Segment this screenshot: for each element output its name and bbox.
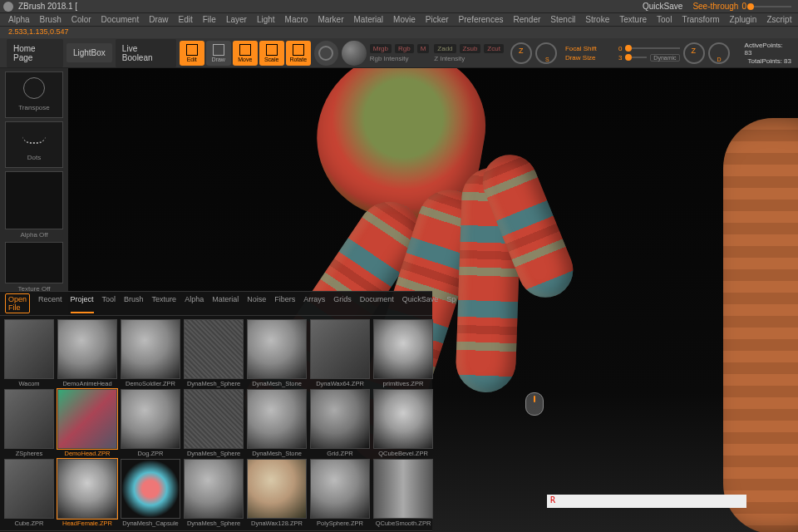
edit-mode-button[interactable]: Edit bbox=[180, 41, 204, 66]
menu-color[interactable]: Color bbox=[71, 15, 91, 24]
lightbox-thumbnail[interactable] bbox=[373, 319, 433, 379]
menu-zplugin[interactable]: Zplugin bbox=[730, 15, 757, 24]
menu-file[interactable]: File bbox=[203, 15, 216, 24]
lightbox-tab-sp[interactable]: Sp bbox=[446, 293, 456, 313]
lightbox-item[interactable]: DemoHead.ZPR bbox=[57, 389, 118, 457]
menu-tool[interactable]: Tool bbox=[657, 15, 672, 24]
lightbox-item[interactable]: DynaWax64.ZPR bbox=[309, 319, 371, 387]
lightbox-item[interactable]: DynaMesh_Capsule bbox=[120, 459, 181, 527]
lightbox-thumbnail[interactable] bbox=[121, 389, 180, 449]
lightbox-tab-document[interactable]: Document bbox=[360, 293, 394, 313]
lightbox-thumbnail[interactable] bbox=[121, 319, 180, 379]
lightbox-thumbnail[interactable] bbox=[373, 459, 433, 519]
lightbox-tab-grids[interactable]: Grids bbox=[333, 293, 352, 313]
lightbox-item[interactable]: QCubeSmooth.ZPR bbox=[372, 459, 434, 527]
lightbox-tab-quicksave[interactable]: QuickSave bbox=[402, 293, 439, 313]
lightbox-thumbnail[interactable] bbox=[4, 389, 54, 449]
menu-preferences[interactable]: Preferences bbox=[459, 15, 504, 24]
lightbox-thumbnail[interactable] bbox=[57, 319, 117, 379]
see-through-slider[interactable] bbox=[750, 6, 791, 7]
live-boolean-button[interactable]: Live Boolean bbox=[116, 39, 176, 67]
menu-macro[interactable]: Macro bbox=[285, 15, 308, 24]
menu-stroke[interactable]: Stroke bbox=[585, 15, 609, 24]
zadd-button[interactable]: Zadd bbox=[434, 44, 456, 53]
lightbox-thumbnail[interactable] bbox=[310, 459, 370, 519]
lightbox-thumbnail[interactable] bbox=[121, 459, 180, 519]
lightbox-item[interactable]: Wacom bbox=[3, 319, 55, 387]
lightbox-thumbnail[interactable] bbox=[57, 459, 117, 519]
rotate-mode-button[interactable]: Rotate bbox=[286, 41, 311, 66]
lightbox-tab-tool[interactable]: Tool bbox=[102, 293, 116, 313]
lightbox-tab-project[interactable]: Project bbox=[71, 293, 94, 313]
texture-slot[interactable] bbox=[5, 242, 63, 283]
z-dial-icon[interactable] bbox=[510, 42, 532, 64]
zcut-button[interactable]: Zcut bbox=[484, 44, 504, 53]
transpose-widget[interactable]: Transpose bbox=[5, 71, 63, 118]
menu-transform[interactable]: Transform bbox=[682, 15, 719, 24]
lightbox-tab-arrays[interactable]: Arrays bbox=[303, 293, 325, 313]
menu-texture[interactable]: Texture bbox=[619, 15, 647, 24]
lightbox-thumbnail[interactable] bbox=[184, 459, 244, 519]
lightbox-tab-material[interactable]: Material bbox=[212, 293, 239, 313]
menu-layer[interactable]: Layer bbox=[226, 15, 247, 24]
lightbox-thumbnail[interactable] bbox=[4, 459, 54, 519]
lightbox-button[interactable]: LightBox bbox=[66, 43, 112, 62]
draw-mode-button[interactable]: Draw bbox=[206, 41, 231, 66]
dynamic-toggle[interactable]: Dynamic bbox=[650, 54, 679, 62]
lightbox-item[interactable]: DynaMesh_Sphere bbox=[183, 459, 244, 527]
lightbox-thumbnail[interactable] bbox=[184, 389, 244, 449]
lightbox-item[interactable]: DynaMesh_Sphere bbox=[183, 389, 244, 457]
menu-marker[interactable]: Marker bbox=[318, 15, 343, 24]
alpha-slot[interactable] bbox=[5, 171, 63, 229]
lightbox-thumbnail[interactable] bbox=[247, 459, 307, 519]
lightbox-item[interactable]: Grid.ZPR bbox=[309, 389, 371, 457]
lightbox-item[interactable]: HeadFemale.ZPR bbox=[57, 459, 118, 527]
lightbox-item[interactable]: DynaMesh_Sphere bbox=[183, 319, 244, 387]
draw-size-slider[interactable] bbox=[625, 57, 647, 58]
lightbox-tab-alpha[interactable]: Alpha bbox=[185, 293, 204, 313]
menu-document[interactable]: Document bbox=[101, 15, 140, 24]
menu-alpha[interactable]: Alpha bbox=[8, 15, 30, 24]
lightbox-thumbnail[interactable] bbox=[373, 389, 433, 449]
focal-shift-slider[interactable] bbox=[625, 47, 679, 49]
lightbox-tab-texture[interactable]: Texture bbox=[152, 293, 177, 313]
dots-widget[interactable]: Dots bbox=[5, 121, 63, 168]
move-mode-button[interactable]: Move bbox=[233, 41, 258, 66]
lightbox-item[interactable]: DynaMesh_Stone bbox=[246, 389, 308, 457]
lightbox-tab-fibers[interactable]: Fibers bbox=[274, 293, 295, 313]
z-dial-2-icon[interactable] bbox=[683, 42, 705, 64]
lightbox-thumbnail[interactable] bbox=[310, 389, 370, 449]
sphere-preview-icon[interactable] bbox=[342, 41, 367, 66]
d-dial-icon[interactable] bbox=[708, 42, 730, 64]
lightbox-item[interactable]: primitives.ZPR bbox=[372, 319, 434, 387]
lightbox-tab-open-file[interactable]: Open File bbox=[5, 293, 30, 313]
lightbox-thumbnail[interactable] bbox=[184, 319, 244, 379]
lightbox-item[interactable]: PolySphere.ZPR bbox=[309, 459, 371, 527]
lightbox-thumbnail[interactable] bbox=[57, 389, 117, 449]
lightbox-thumbnail[interactable] bbox=[310, 319, 370, 379]
lightbox-item[interactable]: ZSpheres bbox=[3, 389, 55, 457]
lightbox-thumbnail[interactable] bbox=[247, 389, 307, 449]
lightbox-item[interactable]: DynaMesh_Stone bbox=[246, 319, 308, 387]
lightbox-item[interactable]: Dog.ZPR bbox=[120, 389, 181, 457]
lightbox-tab-recent[interactable]: Recent bbox=[38, 293, 62, 313]
lightbox-item[interactable]: DynaWax128.ZPR bbox=[246, 459, 308, 527]
menu-zscript[interactable]: Zscript bbox=[766, 15, 791, 24]
menu-render[interactable]: Render bbox=[514, 15, 541, 24]
menu-movie[interactable]: Movie bbox=[393, 15, 416, 24]
lightbox-thumbnail[interactable] bbox=[247, 319, 307, 379]
menu-light[interactable]: Light bbox=[257, 15, 275, 24]
quicksave-button[interactable]: QuickSave bbox=[643, 2, 682, 11]
menu-material[interactable]: Material bbox=[354, 15, 384, 24]
lightbox-thumbnail[interactable] bbox=[4, 319, 54, 379]
lightbox-tab-brush[interactable]: Brush bbox=[124, 293, 144, 313]
lightbox-tab-noise[interactable]: Noise bbox=[247, 293, 266, 313]
menu-edit[interactable]: Edit bbox=[179, 15, 193, 24]
rgb-button[interactable]: Rgb bbox=[395, 44, 414, 53]
command-input[interactable]: R bbox=[547, 495, 746, 508]
gyro-icon[interactable] bbox=[314, 41, 339, 66]
menu-picker[interactable]: Picker bbox=[426, 15, 449, 24]
lightbox-item[interactable]: QCubeBevel.ZPR bbox=[372, 389, 434, 457]
menu-draw[interactable]: Draw bbox=[149, 15, 168, 24]
mrgb-button[interactable]: Mrgb bbox=[370, 44, 392, 53]
